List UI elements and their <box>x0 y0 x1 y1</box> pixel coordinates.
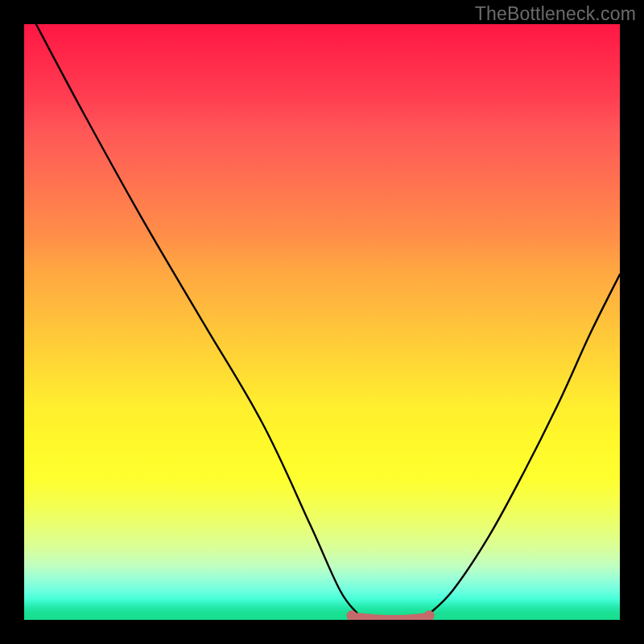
chart-stage: TheBottleneck.com <box>0 0 644 644</box>
watermark-text: TheBottleneck.com <box>475 3 636 25</box>
plot-gradient-area <box>24 24 620 620</box>
